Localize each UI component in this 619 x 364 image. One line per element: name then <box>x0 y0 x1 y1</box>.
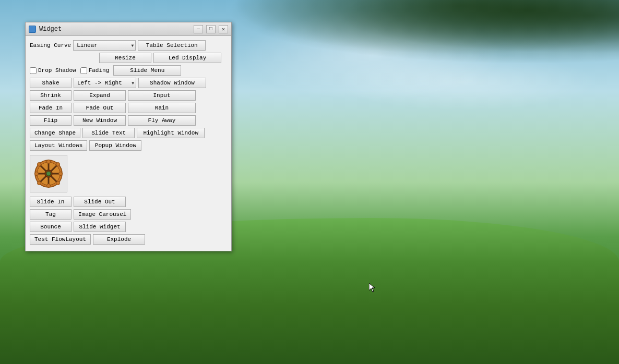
shake-button[interactable]: Shake <box>30 78 72 88</box>
row-icon <box>30 153 227 195</box>
shrink-button[interactable]: Shrink <box>30 90 72 101</box>
row-shake: Shake Left -> Right Right -> Left Top ->… <box>30 78 227 88</box>
layout-windows-button[interactable]: Layout Windows <box>30 140 87 151</box>
flip-button[interactable]: Flip <box>30 115 72 126</box>
row-resize: Resize Led Display <box>99 53 227 63</box>
fade-in-button[interactable]: Fade In <box>30 103 72 113</box>
direction-wrapper: Left -> Right Right -> Left Top -> Botto… <box>74 78 136 88</box>
window-title: Widget <box>39 26 191 33</box>
row-shrink: Shrink Expand Input <box>30 90 227 101</box>
slide-menu-button[interactable]: Slide Menu <box>113 65 181 76</box>
close-button[interactable]: ✕ <box>219 25 228 33</box>
fly-away-button[interactable]: Fly Away <box>128 115 196 126</box>
easing-curve-select[interactable]: Linear Ease In Ease Out Ease In Out <box>73 40 136 51</box>
direction-select[interactable]: Left -> Right Right -> Left Top -> Botto… <box>74 78 136 88</box>
easing-curve-wrapper: Linear Ease In Ease Out Ease In Out ▼ <box>73 40 136 51</box>
highlight-window-button[interactable]: Highlight Window <box>137 128 205 138</box>
bounce-button[interactable]: Bounce <box>30 222 72 232</box>
slide-widget-button[interactable]: Slide Widget <box>74 222 126 232</box>
drop-shadow-checkbox[interactable] <box>30 67 37 74</box>
explode-button[interactable]: Explode <box>93 234 145 245</box>
table-selection-button[interactable]: Table Selection <box>138 40 206 51</box>
minimize-button[interactable]: — <box>194 25 203 33</box>
svg-point-3 <box>46 172 51 176</box>
row-change-shape: Change Shape Slide Text Highlight Window <box>30 128 227 138</box>
row-tag: Tag Image Carousel <box>30 209 227 220</box>
window-content: Easing Curve Linear Ease In Ease Out Eas… <box>26 36 231 251</box>
fading-checkbox[interactable] <box>80 67 87 74</box>
tag-button[interactable]: Tag <box>30 209 72 220</box>
row-fade: Fade In Fade Out Rain <box>30 103 227 113</box>
fading-label[interactable]: Fading <box>80 67 110 74</box>
resize-button[interactable]: Resize <box>99 53 151 63</box>
drop-shadow-label[interactable]: Drop Shadow <box>30 67 76 74</box>
change-shape-button[interactable]: Change Shape <box>30 128 80 138</box>
popup-window-button[interactable]: Popup Window <box>89 140 141 151</box>
expand-button[interactable]: Expand <box>74 90 126 101</box>
led-display-button[interactable]: Led Display <box>153 53 221 63</box>
svg-point-14 <box>35 172 39 176</box>
fade-out-button[interactable]: Fade Out <box>74 103 126 113</box>
image-carousel-button[interactable]: Image Carousel <box>74 209 131 220</box>
row-layout: Layout Windows Popup Window <box>30 140 227 151</box>
ship-wheel-icon <box>34 159 63 188</box>
svg-point-13 <box>47 184 51 188</box>
new-window-button[interactable]: New Window <box>74 115 126 126</box>
row-slide: Slide In Slide Out <box>30 197 227 207</box>
slide-text-button[interactable]: Slide Text <box>82 128 135 138</box>
rain-button[interactable]: Rain <box>128 103 196 113</box>
svg-point-15 <box>59 172 63 176</box>
maximize-button[interactable]: □ <box>206 25 216 33</box>
svg-point-18 <box>56 163 60 166</box>
wheel-icon-area <box>30 155 67 192</box>
svg-point-17 <box>56 181 60 185</box>
row-bounce: Bounce Slide Widget <box>30 222 227 232</box>
row-flowlayout: Test FlowLayout Explode <box>30 234 227 245</box>
test-flowlayout-button[interactable]: Test FlowLayout <box>30 234 91 245</box>
shadow-window-button[interactable]: Shadow Window <box>138 78 206 88</box>
window-icon <box>29 26 36 33</box>
svg-point-16 <box>38 163 41 166</box>
svg-point-12 <box>47 160 51 164</box>
title-bar: Widget — □ ✕ <box>26 22 231 36</box>
row-easing: Easing Curve Linear Ease In Ease Out Eas… <box>30 40 227 51</box>
row-checkboxes: Drop Shadow Fading Slide Menu <box>30 65 227 76</box>
widget-window: Widget — □ ✕ Easing Curve Linear Ease In… <box>25 22 232 251</box>
slide-out-button[interactable]: Slide Out <box>74 197 126 207</box>
easing-curve-label: Easing Curve <box>30 42 71 48</box>
slide-in-button[interactable]: Slide In <box>30 197 72 207</box>
row-flip: Flip New Window Fly Away <box>30 115 227 126</box>
svg-point-19 <box>38 181 41 185</box>
input-button[interactable]: Input <box>128 90 196 101</box>
